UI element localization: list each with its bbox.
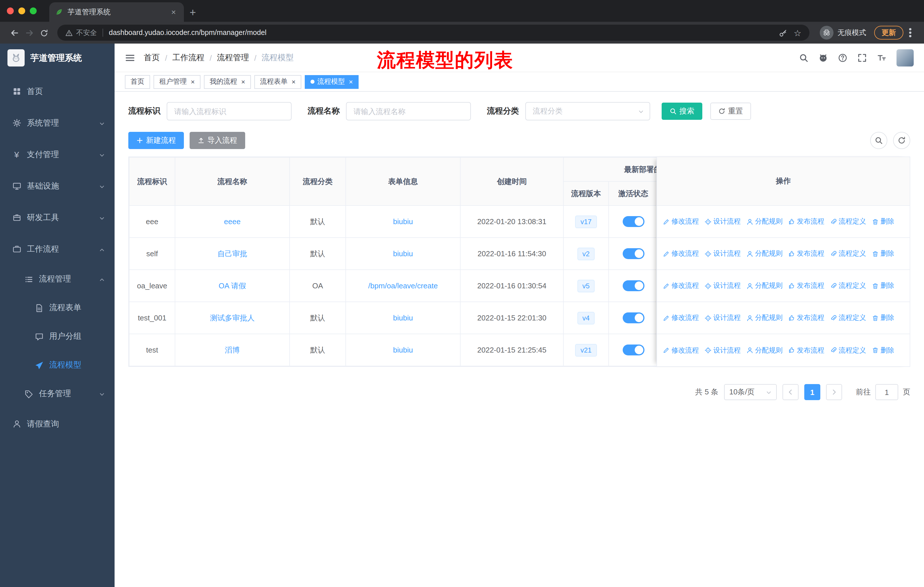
process-definition-link[interactable]: 流程定义 [830,346,866,355]
sidebar-item-workflow[interactable]: 工作流程 [0,233,115,265]
design-process-link[interactable]: 设计流程 [705,313,741,323]
active-toggle[interactable] [622,216,644,227]
form-info-link[interactable]: /bpm/oa/leave/create [368,281,438,290]
sidebar-item-payment[interactable]: ¥ 支付管理 [0,139,115,170]
close-icon[interactable] [191,78,195,85]
tab-close-icon[interactable] [169,7,178,17]
close-icon[interactable] [349,78,353,85]
bookmark-star-icon[interactable]: ☆ [794,28,802,37]
next-page-button[interactable] [826,384,842,400]
close-icon[interactable] [292,78,295,85]
tag-tenant-mgmt[interactable]: 租户管理 [153,75,201,89]
delete-process-link[interactable]: 删除 [872,217,894,227]
minimize-window-button[interactable] [18,7,25,14]
active-toggle[interactable] [622,248,644,259]
sidebar-collapse-icon[interactable] [125,52,135,63]
delete-process-link[interactable]: 删除 [872,281,894,291]
breadcrumb-home[interactable]: 首页 [144,53,160,63]
modify-process-link[interactable]: 修改流程 [663,313,699,323]
refresh-table-button[interactable] [893,132,910,149]
form-info-link[interactable]: biubiu [393,217,413,226]
font-size-icon[interactable] [877,53,886,63]
current-page-button[interactable]: 1 [804,384,820,400]
process-id-input[interactable] [167,102,292,121]
new-tab-button[interactable] [190,7,196,18]
sidebar-item-process-model[interactable]: 流程模型 [0,351,115,379]
modify-process-link[interactable]: 修改流程 [663,346,699,355]
publish-process-link[interactable]: 发布流程 [788,346,824,355]
incognito-badge[interactable]: 无痕模式 [820,26,866,40]
tag-process-model[interactable]: 流程模型 [305,75,359,89]
publish-process-link[interactable]: 发布流程 [788,281,824,291]
form-info-link[interactable]: biubiu [393,250,413,258]
sidebar-item-user-group[interactable]: 用户分组 [0,322,115,351]
close-icon[interactable] [241,78,245,85]
process-definition-link[interactable]: 流程定义 [830,313,866,323]
sidebar-item-process-mgmt[interactable]: 流程管理 [0,265,115,293]
process-definition-link[interactable]: 流程定义 [830,249,866,258]
password-key-icon[interactable] [779,28,787,38]
reset-button[interactable]: 重置 [710,103,751,120]
assign-rule-link[interactable]: 分配规则 [746,313,782,323]
active-toggle[interactable] [622,344,644,356]
sidebar-item-system[interactable]: 系统管理 [0,107,115,139]
goto-page-input[interactable] [875,384,898,400]
modify-process-link[interactable]: 修改流程 [663,281,699,291]
delete-process-link[interactable]: 删除 [872,313,894,323]
design-process-link[interactable]: 设计流程 [705,217,741,227]
publish-process-link[interactable]: 发布流程 [788,249,824,258]
sidebar-item-task-mgmt[interactable]: 任务管理 [0,379,115,408]
zoom-window-button[interactable] [30,7,37,14]
assign-rule-link[interactable]: 分配规则 [746,346,782,355]
create-process-button[interactable]: 新建流程 [128,132,184,149]
design-process-link[interactable]: 设计流程 [705,281,741,291]
tag-my-process[interactable]: 我的流程 [204,75,251,89]
form-info-link[interactable]: biubiu [393,346,413,354]
process-name-link[interactable]: 自己审批 [218,249,247,258]
delete-process-link[interactable]: 删除 [872,249,894,258]
search-icon[interactable] [799,53,808,63]
process-category-select[interactable]: 流程分类 [525,102,650,121]
delete-process-link[interactable]: 删除 [872,346,894,355]
process-name-input[interactable] [346,102,471,121]
active-toggle[interactable] [622,280,644,291]
page-size-select[interactable]: 10条/页 [724,384,777,400]
close-window-button[interactable] [7,7,14,14]
sidebar-item-process-form[interactable]: 流程表单 [0,293,115,322]
github-icon[interactable] [818,53,828,63]
address-bar[interactable]: 不安全 dashboard.yudao.iocoder.cn/bpm/manag… [57,25,809,41]
help-icon[interactable] [838,53,847,63]
modify-process-link[interactable]: 修改流程 [663,217,699,227]
process-name-link[interactable]: 滔博 [225,346,240,354]
back-button[interactable] [7,28,22,38]
assign-rule-link[interactable]: 分配规则 [746,217,782,227]
process-name-link[interactable]: OA 请假 [219,281,246,290]
sidebar-item-infra[interactable]: 基础设施 [0,170,115,202]
design-process-link[interactable]: 设计流程 [705,346,741,355]
toggle-search-button[interactable] [870,132,887,149]
sidebar-item-leave-query[interactable]: 请假查询 [0,408,115,440]
publish-process-link[interactable]: 发布流程 [788,313,824,323]
form-info-link[interactable]: biubiu [393,314,413,322]
search-button[interactable]: 搜索 [662,103,702,120]
breadcrumb-workflow[interactable]: 工作流程 [172,53,205,63]
browser-tab[interactable]: 芋道管理系统 [49,2,184,22]
prev-page-button[interactable] [782,384,799,400]
process-definition-link[interactable]: 流程定义 [830,281,866,291]
assign-rule-link[interactable]: 分配规则 [746,249,782,258]
sidebar-item-devtools[interactable]: 研发工具 [0,202,115,233]
design-process-link[interactable]: 设计流程 [705,249,741,258]
tag-home[interactable]: 首页 [125,75,150,89]
fullscreen-icon[interactable] [858,53,867,63]
breadcrumb-process-mgmt[interactable]: 流程管理 [217,53,249,63]
process-name-link[interactable]: eeee [224,217,241,226]
publish-process-link[interactable]: 发布流程 [788,217,824,227]
tag-process-form[interactable]: 流程表单 [254,75,301,89]
active-toggle[interactable] [622,313,644,323]
assign-rule-link[interactable]: 分配规则 [746,281,782,291]
sidebar-item-home[interactable]: 首页 [0,76,115,107]
forward-button[interactable] [22,28,37,38]
import-process-button[interactable]: 导入流程 [190,132,245,149]
reload-button[interactable] [37,28,51,38]
modify-process-link[interactable]: 修改流程 [663,249,699,258]
